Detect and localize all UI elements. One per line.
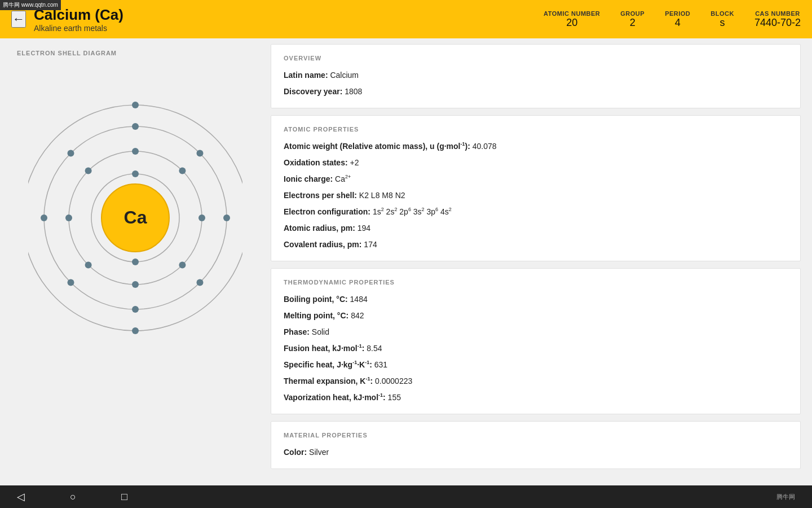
svg-point-18: [68, 150, 74, 157]
svg-point-19: [41, 214, 47, 221]
prop-key-atomic_properties-2: Ionic charge:: [284, 174, 333, 183]
svg-point-13: [179, 261, 186, 268]
electron-shell-label: ELECTRON SHELL DIAGRAM: [17, 50, 117, 56]
bottom-right: 腾牛网: [776, 493, 795, 501]
prop-val-overview-1: 1808: [342, 87, 362, 96]
prop-row-thermodynamic_properties-0: Boiling point, °C: 1484: [284, 294, 788, 305]
main-content: ELECTRON SHELL DIAGRAM Ca: [0, 38, 812, 485]
stat-value-cas_number: 7440-70-2: [754, 17, 801, 29]
prop-val-atomic_properties-0: 40.078: [470, 142, 497, 151]
svg-point-11: [85, 261, 92, 268]
prop-row-atomic_properties-3: Electrons per shell: K2 L8 M8 N2: [284, 190, 788, 202]
svg-point-24: [132, 102, 139, 108]
prop-key-overview-1: Discovery year:: [284, 87, 342, 96]
prop-key-atomic_properties-4: Electron configuration:: [284, 207, 370, 216]
card-material_properties: MATERIAL PROPERTIESColor: Silver: [271, 421, 801, 469]
prop-key-thermodynamic_properties-5: Thermal expansion, K-1:: [284, 376, 373, 386]
prop-key-thermodynamic_properties-4: Specific heat, J·kg-1·K-1:: [284, 360, 372, 369]
stat-value-period: 4: [665, 17, 690, 29]
prop-val-atomic_properties-4: 1s2 2s2 2p6 3s2 3p6 4s2: [370, 207, 452, 216]
back-nav-button[interactable]: ◁: [17, 491, 25, 503]
prop-val-overview-0: Calcium: [328, 71, 359, 80]
prop-val-atomic_properties-6: 174: [361, 240, 377, 249]
prop-val-thermodynamic_properties-0: 1484: [348, 295, 368, 304]
prop-val-atomic_properties-2: Ca2+: [333, 174, 351, 183]
left-panel: ELECTRON SHELL DIAGRAM Ca: [0, 38, 271, 485]
header: 腾牛网 www.qqtn.com ← Calcium (Ca) Alkaline…: [0, 0, 812, 38]
prop-row-atomic_properties-4: Electron configuration: 1s2 2s2 2p6 3s2 …: [284, 206, 788, 218]
stat-value-group: 2: [620, 17, 645, 29]
svg-point-3: [132, 170, 139, 177]
branding-label: 腾牛网: [776, 493, 795, 501]
prop-val-atomic_properties-5: 194: [355, 224, 370, 233]
bottom-bar: ◁ ○ □ 腾牛网: [0, 485, 812, 508]
stat-label-cas_number: CAS NUMBER: [754, 10, 801, 17]
prop-key-atomic_properties-6: Covalent radius, pm:: [284, 240, 361, 249]
header-stat-cas_number: CAS NUMBER7440-70-2: [754, 10, 801, 29]
header-stat-period: PERIOD4: [665, 10, 690, 29]
prop-row-thermodynamic_properties-6: Vaporization heat, kJ·mol-1: 155: [284, 392, 788, 404]
prop-row-material_properties-0: Color: Silver: [284, 446, 788, 458]
right-panel[interactable]: OVERVIEWLatin name: CalciumDiscovery yea…: [271, 38, 812, 485]
prop-row-atomic_properties-5: Atomic radius, pm: 194: [284, 222, 788, 234]
prop-val-atomic_properties-3: K2 L8 M8 N2: [357, 191, 405, 200]
prop-key-overview-0: Latin name:: [284, 71, 328, 80]
header-stat-block: BLOCKs: [710, 10, 734, 29]
prop-row-atomic_properties-6: Covalent radius, pm: 174: [284, 239, 788, 251]
prop-row-thermodynamic_properties-5: Thermal expansion, K-1: 0.0000223: [284, 375, 788, 387]
watermark-label: 腾牛网 www.qqtn.com: [0, 0, 61, 10]
element-subtitle: Alkaline earth metals: [34, 24, 123, 33]
stat-label-atomic_number: ATOMIC NUMBER: [544, 10, 600, 17]
prop-row-atomic_properties-1: Oxidation states: +2: [284, 157, 788, 169]
svg-point-16: [197, 150, 204, 157]
stat-value-atomic_number: 20: [544, 17, 600, 29]
prop-val-material_properties-0: Silver: [307, 448, 329, 457]
home-nav-button[interactable]: ○: [70, 491, 76, 503]
svg-point-9: [85, 168, 92, 174]
prop-key-atomic_properties-1: Oxidation states:: [284, 158, 348, 167]
svg-point-4: [132, 259, 139, 265]
svg-point-20: [68, 279, 74, 286]
prop-row-thermodynamic_properties-1: Melting point, °C: 842: [284, 310, 788, 322]
prop-key-thermodynamic_properties-6: Vaporization heat, kJ·mol-1:: [284, 393, 386, 402]
prop-key-thermodynamic_properties-2: Phase:: [284, 327, 310, 336]
svg-point-12: [132, 281, 139, 288]
prop-val-thermodynamic_properties-4: 631: [372, 360, 387, 369]
prop-row-atomic_properties-0: Atomic weight (Relative atomic mass), u …: [284, 141, 788, 152]
svg-point-17: [132, 123, 139, 130]
prop-row-thermodynamic_properties-2: Phase: Solid: [284, 326, 788, 338]
stat-label-period: PERIOD: [665, 10, 690, 17]
prop-key-atomic_properties-0: Atomic weight (Relative atomic mass), u …: [284, 142, 470, 151]
card-title-atomic_properties: ATOMIC PROPERTIES: [284, 126, 788, 133]
prop-row-thermodynamic_properties-4: Specific heat, J·kg-1·K-1: 631: [284, 359, 788, 371]
card-atomic_properties: ATOMIC PROPERTIESAtomic weight (Relative…: [271, 115, 801, 261]
stat-value-block: s: [710, 17, 734, 29]
prop-key-thermodynamic_properties-1: Melting point, °C:: [284, 311, 348, 320]
svg-text:Ca: Ca: [124, 207, 147, 227]
prop-key-atomic_properties-5: Atomic radius, pm:: [284, 224, 355, 233]
svg-point-25: [132, 327, 139, 334]
svg-point-7: [179, 168, 186, 174]
prop-key-thermodynamic_properties-0: Boiling point, °C:: [284, 295, 348, 304]
prop-row-atomic_properties-2: Ionic charge: Ca2+: [284, 173, 788, 185]
header-stat-group: GROUP2: [620, 10, 645, 29]
card-thermodynamic_properties: THERMODYNAMIC PROPERTIESBoiling point, °…: [271, 268, 801, 414]
card-title-thermodynamic_properties: THERMODYNAMIC PROPERTIES: [284, 279, 788, 286]
svg-point-15: [223, 214, 230, 221]
prop-val-thermodynamic_properties-1: 842: [348, 311, 364, 320]
nav-center: ◁ ○ □: [17, 491, 127, 503]
prop-key-atomic_properties-3: Electrons per shell:: [284, 191, 357, 200]
stat-label-block: BLOCK: [710, 10, 734, 17]
stat-label-group: GROUP: [620, 10, 645, 17]
svg-point-6: [198, 214, 205, 221]
prop-row-overview-0: Latin name: Calcium: [284, 69, 788, 81]
card-overview: OVERVIEWLatin name: CalciumDiscovery yea…: [271, 44, 801, 108]
svg-point-8: [132, 148, 139, 155]
shell-diagram: Ca: [28, 99, 242, 336]
back-button[interactable]: ←: [11, 11, 26, 28]
recent-nav-button[interactable]: □: [121, 491, 127, 503]
header-stats: ATOMIC NUMBER20GROUP2PERIOD4BLOCKsCAS NU…: [544, 10, 801, 29]
prop-row-overview-1: Discovery year: 1808: [284, 86, 788, 98]
card-title-overview: OVERVIEW: [284, 55, 788, 62]
prop-val-thermodynamic_properties-3: 8.54: [364, 344, 382, 353]
